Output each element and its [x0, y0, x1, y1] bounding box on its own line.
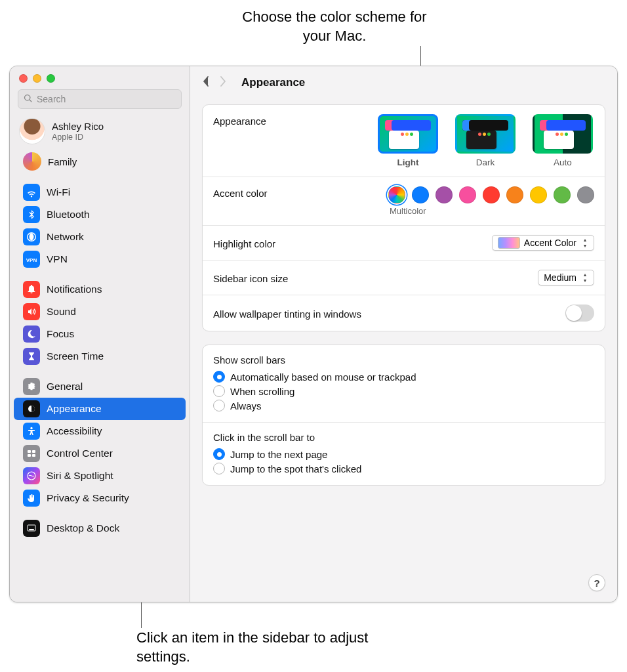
accent-color-multi[interactable]	[388, 186, 405, 203]
controlcenter-icon	[23, 445, 40, 462]
settings-window: Search Ashley Rico Apple ID Family Wi-Fi…	[9, 66, 618, 602]
row-scroll-bars: Show scroll bars Automatically based on …	[203, 345, 605, 423]
row-wallpaper-tinting: Allow wallpaper tinting in windows	[203, 295, 605, 331]
close-window-button[interactable]	[19, 74, 28, 83]
toggle-knob	[566, 305, 582, 321]
sidebar-item-siri[interactable]: Siri & Spotlight	[14, 465, 186, 487]
sidebar-item-notifications[interactable]: Notifications	[14, 278, 186, 301]
sidebar-item-accessibility[interactable]: Accessibility	[14, 420, 186, 442]
sound-icon	[23, 303, 40, 320]
scrollbars-option-2[interactable]: Always	[213, 398, 594, 413]
focus-icon	[23, 326, 40, 343]
scrollbars-option-0[interactable]: Automatically based on mouse or trackpad	[213, 369, 594, 384]
bluetooth-icon	[23, 206, 40, 223]
sidebar-item-vpn[interactable]: VPNVPN	[14, 248, 186, 270]
back-button[interactable]	[202, 76, 210, 90]
sidebar-item-label: Control Center	[47, 448, 113, 459]
appearance-mode-label: Light	[397, 158, 419, 167]
radio-label: Always	[230, 400, 262, 411]
appearance-icon	[23, 400, 40, 417]
sidebar-item-appleid[interactable]: Ashley Rico Apple ID	[10, 116, 190, 148]
row-appearance-mode: Appearance LightDarkAuto	[203, 105, 605, 177]
privacy-icon	[23, 490, 40, 507]
tinting-toggle[interactable]	[565, 304, 594, 322]
svg-rect-6	[32, 454, 35, 457]
family-label: Family	[48, 156, 77, 167]
sidebar-item-label: Appearance	[47, 403, 102, 415]
accent-selected-label: Multicolor	[390, 206, 426, 216]
sidebar-item-label: General	[47, 381, 83, 392]
appearance-mode-label: Dark	[476, 158, 495, 167]
accent-color-pink[interactable]	[459, 186, 476, 203]
tinting-label: Allow wallpaper tinting in windows	[213, 307, 565, 320]
sidebar-item-controlcenter[interactable]: Control Center	[14, 442, 186, 465]
scrollbars-option-1[interactable]: When scrolling	[213, 384, 594, 398]
sidebar-item-family[interactable]: Family	[10, 148, 190, 177]
scrollclick-option-0[interactable]: Jump to the next page	[213, 447, 594, 461]
sidebar-item-privacy[interactable]: Privacy & Security	[14, 487, 186, 509]
appearance-mode-auto[interactable]	[533, 114, 593, 154]
radio-icon	[213, 400, 225, 411]
sidebar-item-screentime[interactable]: Screen Time	[14, 345, 186, 368]
search-icon	[24, 94, 33, 105]
scrollclick-option-1[interactable]: Jump to the spot that's clicked	[213, 461, 594, 476]
sidebar-item-label: Focus	[47, 328, 74, 340]
notifications-icon	[23, 281, 40, 298]
search-input[interactable]: Search	[18, 89, 182, 109]
accessibility-icon	[23, 423, 40, 440]
radio-label: Jump to the spot that's clicked	[230, 463, 361, 474]
window-controls	[10, 72, 190, 89]
scrollbars-title: Show scroll bars	[213, 354, 594, 366]
chevron-updown-icon: ▴▾	[580, 272, 590, 284]
sidebar-item-focus[interactable]: Focus	[14, 323, 186, 345]
family-icon	[23, 152, 41, 171]
accent-color-graphite[interactable]	[577, 186, 594, 203]
sidebar-item-label: Privacy & Security	[47, 492, 129, 504]
highlight-color-popup[interactable]: Accent Color ▴▾	[492, 235, 594, 251]
svg-rect-4	[32, 450, 35, 453]
chevron-updown-icon: ▴▾	[580, 237, 590, 249]
accent-color-red[interactable]	[483, 186, 500, 203]
content-area: Appearance Appearance LightDarkAuto Acce…	[190, 66, 617, 602]
sidebar-item-desktop[interactable]: Desktop & Dock	[14, 517, 186, 539]
accent-color-purple[interactable]	[435, 186, 453, 203]
appearance-mode-thumbs: LightDarkAuto	[376, 114, 594, 167]
scroll-panel: Show scroll bars Automatically based on …	[202, 345, 605, 486]
accent-color-yellow[interactable]	[530, 186, 547, 203]
sidebar-item-label: Siri & Spotlight	[47, 470, 113, 482]
screentime-icon	[23, 348, 40, 365]
avatar	[19, 118, 45, 144]
svg-rect-9	[29, 529, 34, 530]
sidebar-item-bluetooth[interactable]: Bluetooth	[14, 203, 186, 226]
search-placeholder: Search	[37, 94, 66, 104]
appearance-mode-light[interactable]	[378, 114, 438, 154]
sidebar-item-general[interactable]: General	[14, 375, 186, 398]
accent-color-blue[interactable]	[412, 186, 429, 203]
sidebar-item-appearance[interactable]: Appearance	[14, 398, 186, 420]
sidebar-item-wifi[interactable]: Wi-Fi	[14, 181, 186, 203]
sidebar-item-sound[interactable]: Sound	[14, 301, 186, 323]
sidebar-item-label: VPN	[47, 253, 68, 265]
minimize-window-button[interactable]	[33, 74, 41, 83]
svg-rect-5	[28, 454, 31, 457]
help-button[interactable]: ?	[588, 574, 605, 591]
accent-color-orange[interactable]	[506, 186, 523, 203]
siri-icon	[23, 467, 40, 484]
user-subtitle: Apple ID	[52, 133, 104, 142]
sidebar-item-label: Network	[47, 231, 84, 243]
radio-label: When scrolling	[230, 386, 294, 397]
sidebar-item-network[interactable]: Network	[14, 226, 186, 248]
radio-icon	[213, 371, 225, 383]
forward-button[interactable]	[219, 76, 227, 90]
icon-size-value: Medium	[544, 272, 576, 283]
accent-color-green[interactable]	[554, 186, 571, 203]
fullscreen-window-button[interactable]	[47, 74, 55, 83]
radio-icon	[213, 385, 225, 397]
appearance-mode-dark[interactable]	[455, 114, 516, 154]
icon-size-popup[interactable]: Medium ▴▾	[538, 270, 594, 285]
sidebar-item-label: Bluetooth	[47, 209, 90, 220]
help-icon: ?	[594, 578, 599, 589]
sidebar-item-label: Sound	[47, 306, 76, 318]
row-accent-color: Accent color Multicolor	[203, 177, 605, 226]
svg-text:VPN: VPN	[26, 257, 37, 263]
